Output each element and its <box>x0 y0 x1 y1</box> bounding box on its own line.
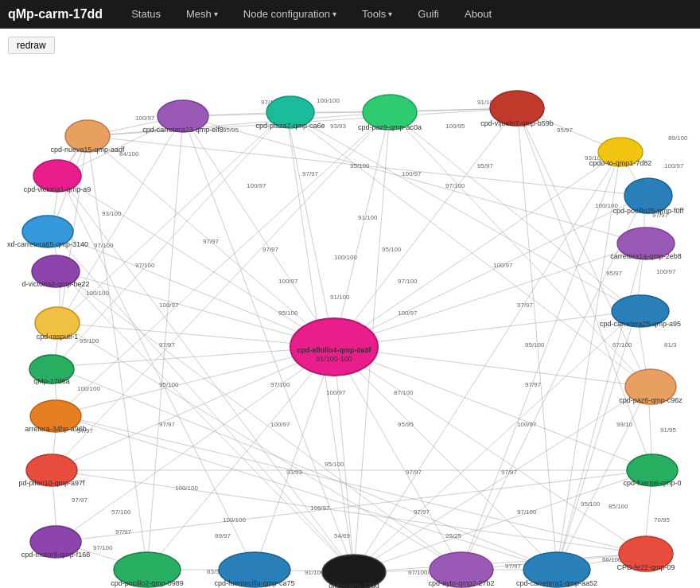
svg-text:97/97: 97/97 <box>72 496 88 504</box>
node-cpd-carretera23[interactable] <box>158 100 208 132</box>
svg-text:67/100: 67/100 <box>612 341 632 349</box>
svg-text:97/97: 97/97 <box>525 381 542 388</box>
svg-line-8 <box>52 232 334 347</box>
nav-mesh[interactable]: Mesh ▾ <box>181 5 223 23</box>
node-cpd-fuentecilla[interactable] <box>219 552 290 587</box>
nav-tools[interactable]: Tools ▾ <box>357 5 397 23</box>
svg-line-81 <box>52 112 390 470</box>
svg-text:95/97: 95/97 <box>606 270 623 277</box>
svg-line-13 <box>52 347 334 470</box>
node-cpd-nueva15[interactable] <box>65 120 110 152</box>
svg-text:93/100: 93/100 <box>102 210 122 217</box>
node-d-victoria2[interactable] <box>32 255 80 287</box>
svg-line-18 <box>334 347 461 570</box>
svg-text:70/95: 70/95 <box>654 516 671 524</box>
main-content: redraw <box>0 29 700 588</box>
svg-line-53 <box>88 112 390 136</box>
app-brand: qMp-carm-17dd <box>8 7 103 21</box>
svg-line-58 <box>286 112 636 311</box>
node-config-chevron: ▾ <box>332 10 336 18</box>
node-cpd-fuentei[interactable] <box>627 454 678 486</box>
svg-line-55 <box>88 136 644 196</box>
node-cpd-motor8[interactable] <box>30 526 81 558</box>
svg-text:100/100: 100/100 <box>595 202 618 209</box>
svg-line-24 <box>334 243 644 347</box>
svg-line-70 <box>54 367 557 570</box>
svg-text:95/100: 95/100 <box>278 310 298 317</box>
svg-text:100/100: 100/100 <box>334 254 357 261</box>
svg-text:95/100: 95/100 <box>382 246 402 253</box>
svg-text:97/100: 97/100 <box>93 544 113 551</box>
svg-text:97/100: 97/100 <box>135 262 155 269</box>
svg-text:95/100: 95/100 <box>525 341 545 349</box>
node-cpd-fe22[interactable] <box>619 536 673 571</box>
svg-text:95/97: 95/97 <box>557 127 574 134</box>
redraw-button[interactable]: redraw <box>8 37 55 54</box>
node-cpd-paz9[interactable] <box>363 95 417 130</box>
svg-line-56 <box>183 108 517 116</box>
svg-line-98 <box>354 554 644 572</box>
svg-line-69 <box>60 323 461 570</box>
node-carretera1a[interactable] <box>617 228 675 259</box>
svg-line-20 <box>334 347 644 554</box>
mesh-chevron: ▾ <box>214 10 218 18</box>
svg-text:93/93: 93/93 <box>330 123 347 130</box>
nav-about[interactable]: About <box>460 5 496 23</box>
svg-text:100/97: 100/97 <box>656 268 676 275</box>
svg-line-64 <box>60 176 255 570</box>
svg-text:100/97: 100/97 <box>270 421 290 428</box>
node-cpd-pocillo2[interactable] <box>114 552 181 587</box>
svg-line-23 <box>334 311 636 347</box>
network-graph: 97/97 100/97 97/97 95/100 100/97 97/100 … <box>0 29 700 588</box>
svg-text:64/100: 64/100 <box>119 150 139 158</box>
svg-text:87/100: 87/100 <box>394 389 414 396</box>
svg-line-57 <box>183 116 644 243</box>
svg-text:100/97: 100/97 <box>159 302 179 309</box>
svg-text:81/3: 81/3 <box>664 341 677 349</box>
node-cpd-vijuelo7[interactable] <box>490 91 544 126</box>
svg-text:100/97: 100/97 <box>326 389 346 396</box>
node-pd-pilon10[interactable] <box>26 454 77 486</box>
svg-text:100/97: 100/97 <box>278 278 298 285</box>
node-cpd-carretera25[interactable] <box>612 295 669 327</box>
svg-line-66 <box>52 232 354 572</box>
svg-line-68 <box>60 271 461 570</box>
svg-line-83 <box>557 152 620 570</box>
node-cpd-victoria1[interactable] <box>33 160 81 192</box>
svg-line-65 <box>60 176 354 572</box>
node-cpd-carretera1[interactable] <box>523 552 590 587</box>
svg-line-75 <box>57 470 652 542</box>
svg-line-94 <box>354 152 620 572</box>
node-arretera-34hp[interactable] <box>30 400 81 432</box>
node-cpd-pocillo25[interactable] <box>624 178 672 213</box>
svg-text:100/100: 100/100 <box>317 97 340 104</box>
svg-text:95/97: 95/97 <box>477 162 494 169</box>
svg-text:83/3: 83/3 <box>207 568 220 575</box>
tools-chevron: ▾ <box>388 10 392 18</box>
svg-line-93 <box>88 136 147 570</box>
node-cpd-ayto[interactable] <box>430 552 493 587</box>
node-cpdo-to[interactable] <box>598 138 643 166</box>
node-cpd-paz6[interactable] <box>625 369 676 404</box>
node-qmp-17d6a[interactable] <box>29 355 74 384</box>
nav-status[interactable]: Status <box>126 5 165 23</box>
svg-line-7 <box>60 176 334 347</box>
svg-line-60 <box>390 112 636 311</box>
node-cpd-rasputi[interactable] <box>35 307 80 339</box>
svg-line-19 <box>334 347 557 570</box>
svg-text:91/100: 91/100 <box>330 294 350 301</box>
svg-line-71 <box>57 415 557 570</box>
svg-line-22 <box>334 347 648 387</box>
svg-line-73 <box>52 470 644 554</box>
svg-line-21 <box>334 347 652 470</box>
node-cpd-ellollo4[interactable] <box>290 318 378 376</box>
svg-line-3 <box>334 112 390 347</box>
nav-node-config[interactable]: Node configuration ▾ <box>239 5 341 23</box>
node-qmp-carm-17dd[interactable] <box>322 555 386 588</box>
svg-text:85/100: 85/100 <box>609 503 628 510</box>
nav-guifi[interactable]: Guifi <box>413 5 444 23</box>
navbar: qMp-carm-17dd Status Mesh ▾ Node configu… <box>0 0 700 29</box>
svg-text:97/100: 97/100 <box>517 508 537 516</box>
node-cpd-plaza7[interactable] <box>266 96 314 128</box>
node-xd-carretera65[interactable] <box>22 216 73 247</box>
